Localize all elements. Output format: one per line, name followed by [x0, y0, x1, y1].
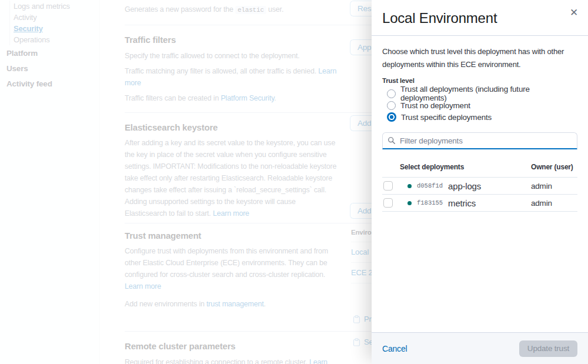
health-dot-icon — [407, 184, 412, 188]
radio-trust-all-deployments[interactable]: Trust all deployments (including future … — [382, 88, 577, 99]
deployment-owner: admin — [531, 199, 577, 208]
radio-label: Trust specific deployments — [401, 113, 492, 122]
deployment-name: app-logs — [448, 181, 481, 191]
trust-level-radio-group: Trust all deployments (including future … — [382, 88, 577, 123]
flyout-local-environment: Local Environment ✕ Choose which trust l… — [372, 0, 588, 364]
flyout-body: Choose which trust level this deployment… — [372, 36, 588, 332]
radio-trust-specific-deployments[interactable]: Trust specific deployments — [382, 111, 577, 123]
column-header-select-deployments: Select deployments — [400, 163, 464, 171]
deployment-id: d058f1d — [417, 182, 443, 189]
checkbox-icon[interactable] — [383, 198, 393, 208]
flyout-footer: Cancel Update trust — [372, 332, 588, 364]
radio-button-icon[interactable] — [387, 89, 396, 98]
deployment-row-metrics[interactable]: f183155 metrics admin — [382, 195, 577, 212]
filter-deployments-input[interactable] — [400, 136, 572, 145]
deployment-row-app-logs[interactable]: d058f1d app-logs admin — [382, 178, 577, 195]
deployment-owner: admin — [531, 182, 577, 191]
flyout-header: Local Environment ✕ — [372, 0, 588, 35]
update-trust-button[interactable]: Update trust — [519, 340, 577, 357]
flyout-title: Local Environment — [382, 8, 577, 28]
column-header-owner: Owner (user) — [531, 163, 577, 171]
flyout-intro-text: Choose which trust level this deployment… — [382, 45, 577, 71]
table-header-row: Select deployments Owner (user) — [382, 161, 577, 173]
radio-button-icon[interactable] — [387, 101, 396, 110]
filter-deployments-field — [382, 132, 577, 149]
close-icon[interactable]: ✕ — [567, 6, 581, 20]
deployment-id: f183155 — [417, 199, 443, 206]
radio-label: Trust all deployments (including future … — [400, 85, 577, 102]
radio-button-icon[interactable] — [387, 112, 396, 122]
screen: Logs and metrics Activity Security Opera… — [0, 0, 588, 364]
select-deployments-table: Select deployments Owner (user) d058f1d … — [382, 161, 577, 212]
health-dot-icon — [407, 201, 412, 205]
search-icon — [387, 136, 396, 145]
radio-label: Trust no deployment — [400, 101, 470, 110]
checkbox-icon[interactable] — [383, 181, 393, 191]
deployment-name: metrics — [448, 198, 476, 208]
cancel-button[interactable]: Cancel — [382, 344, 407, 353]
trust-level-label: Trust level — [382, 76, 577, 85]
